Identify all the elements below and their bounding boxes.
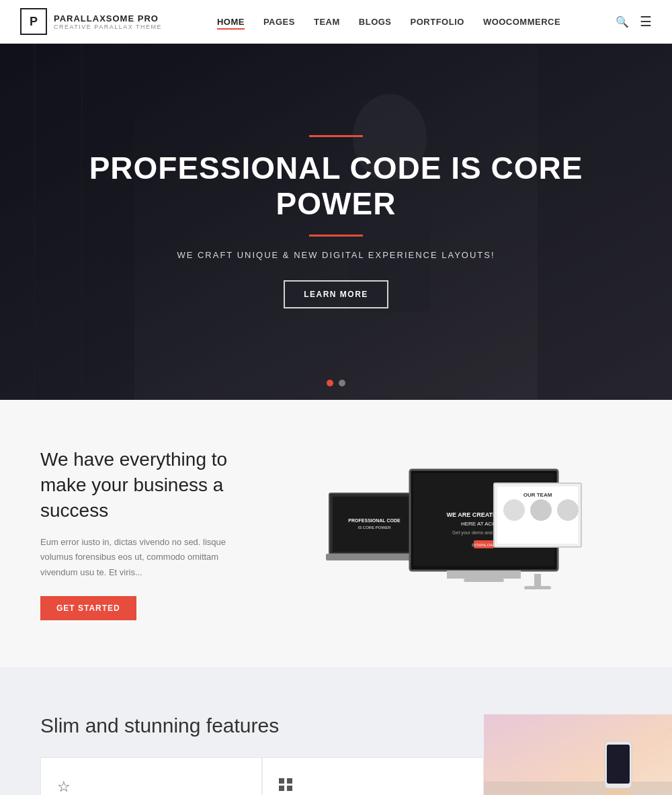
hero-dot-2[interactable] — [339, 380, 345, 386]
nav-portfolio[interactable]: PORTFOLIO — [411, 17, 464, 27]
svg-rect-28 — [524, 586, 551, 589]
screens-mockup: PROFESSIONAL CODE IS CORE POWER WE ARE C… — [316, 456, 585, 611]
svg-text:OUR TEAM: OUR TEAM — [523, 492, 552, 498]
nav-team[interactable]: TEAM — [314, 17, 340, 27]
hero-title: PROFESSIONAL CODE IS CORE POWER — [27, 151, 645, 222]
svg-rect-11 — [326, 554, 423, 560]
business-section: We have everything to make your business… — [0, 400, 672, 667]
learn-more-button[interactable]: LEARN MORE — [284, 280, 388, 308]
get-started-button[interactable]: GET STARTED — [40, 596, 136, 620]
nav-blogs[interactable]: BLOGS — [359, 17, 392, 27]
features-title: Slim and stunning features — [40, 714, 484, 737]
hero-dots — [327, 380, 345, 386]
features-images — [484, 714, 672, 795]
hero-line-top — [309, 135, 363, 137]
main-nav: HOME PAGES TEAM BLOGS PORTFOLIO WOOCOMME… — [217, 17, 560, 27]
svg-rect-20 — [464, 579, 504, 582]
business-image: PROFESSIONAL CODE IS CORE POWER WE ARE C… — [269, 456, 632, 611]
header-icons: 🔍 ☰ — [616, 13, 652, 30]
business-text: We have everything to make your business… — [40, 447, 242, 620]
svg-rect-27 — [534, 574, 541, 586]
logo-box: P — [20, 8, 47, 35]
nav-woocommerce[interactable]: WOOCOMMERCE — [483, 17, 560, 27]
svg-rect-32 — [607, 745, 630, 784]
nav-home[interactable]: HOME — [217, 17, 245, 27]
features-section: Slim and stunning features ☆ BEST INVENT… — [0, 667, 672, 795]
svg-text:IS CORE POWER: IS CORE POWER — [358, 526, 391, 530]
svg-text:DOWNLOAD: DOWNLOAD — [472, 543, 496, 547]
business-description: Eum error iusto in, dictas vivendo no se… — [40, 535, 242, 579]
svg-rect-30 — [484, 782, 672, 795]
svg-point-25 — [530, 499, 552, 521]
logo-title: PARALLAXSOME PRO — [54, 13, 162, 24]
svg-point-26 — [557, 499, 579, 521]
features-grid: ☆ BEST INVENTION Eum error iusto in, dic… — [40, 757, 484, 795]
feature-card-2: BEST DESIGN Eum error iusto in, dictas v… — [262, 757, 484, 795]
hero-line-bottom — [309, 235, 363, 237]
feature-card-1: ☆ BEST INVENTION Eum error iusto in, dic… — [40, 757, 262, 795]
hero-subtitle: WE CRAFT UNIQUE & NEW DIGITAL EXPERIENCE… — [27, 250, 645, 260]
svg-rect-19 — [447, 571, 521, 579]
svg-rect-8 — [333, 497, 417, 552]
search-button[interactable]: 🔍 — [616, 15, 629, 28]
hero-content: PROFESSIONAL CODE IS CORE POWER WE CRAFT… — [0, 135, 672, 309]
logo-letter: P — [30, 15, 38, 29]
features-left: Slim and stunning features ☆ BEST INVENT… — [40, 714, 484, 795]
svg-text:PROFESSIONAL CODE: PROFESSIONAL CODE — [348, 518, 401, 523]
hero-dot-1[interactable] — [327, 380, 333, 386]
star-icon: ☆ — [57, 778, 245, 795]
logo[interactable]: P PARALLAXSOME PRO CREATIVE PARALLAX THE… — [20, 8, 162, 35]
logo-subtitle: CREATIVE PARALLAX THEME — [54, 24, 162, 30]
header: P PARALLAXSOME PRO CREATIVE PARALLAX THE… — [0, 0, 672, 44]
business-title: We have everything to make your business… — [40, 447, 242, 523]
hamburger-button[interactable]: ☰ — [640, 13, 652, 30]
svg-point-24 — [503, 499, 525, 521]
nav-pages[interactable]: PAGES — [263, 17, 295, 27]
hero-section: PROFESSIONAL CODE IS CORE POWER WE CRAFT… — [0, 44, 672, 400]
feature-image-top — [484, 714, 672, 795]
grid-icon — [279, 778, 292, 792]
